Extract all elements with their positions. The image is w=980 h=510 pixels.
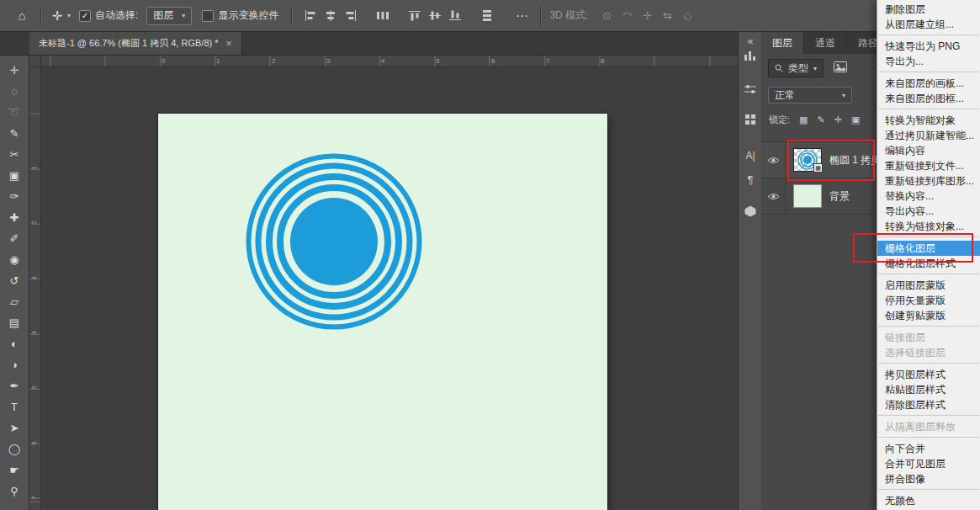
menu-item-merge-visible[interactable]: 合并可见图层 — [877, 456, 980, 471]
eyedropper-tool[interactable]: ✑ — [3, 186, 26, 207]
paragraph-panel-icon[interactable]: ¶ — [739, 173, 762, 186]
menu-item-rasterize-layer-style[interactable]: 栅格化图层样式 — [877, 256, 980, 271]
align-top-button[interactable] — [405, 9, 425, 23]
ellipse-shape-tool[interactable]: ◯ — [3, 438, 26, 460]
menu-item-enable-layer-mask[interactable]: 启用图层蒙版 — [877, 278, 980, 293]
history-brush-tool[interactable]: ↺ — [3, 270, 26, 291]
horizontal-ruler[interactable]: 0 1 2 3 4 5 6 7 8 — [41, 56, 738, 67]
align-center-horizontal-button[interactable] — [320, 9, 341, 23]
menu-item-paste-layer-style[interactable]: 粘贴图层样式 — [877, 382, 980, 397]
menu-item-merge-down[interactable]: 向下合并 — [877, 441, 980, 456]
layer-name[interactable]: 背景 — [829, 189, 850, 204]
menu-item-edit-contents[interactable]: 编辑内容 — [877, 143, 980, 158]
align-left-button[interactable] — [300, 9, 320, 23]
show-transform-checkbox[interactable]: 显示变换控件 — [202, 8, 283, 23]
ruler-label: 2 — [272, 57, 275, 65]
tool-preset-move[interactable]: ✛ ▾ — [50, 8, 71, 24]
tab-layers[interactable]: 图层 — [761, 32, 804, 54]
search-icon — [775, 64, 783, 72]
concentric-circles-artwork — [158, 114, 607, 510]
tab-channels[interactable]: 通道 — [804, 32, 847, 54]
lock-position-icon[interactable]: ✛ — [834, 114, 842, 125]
menu-item-copy-layer-style[interactable]: 拷贝图层样式 — [877, 367, 980, 382]
auto-select-target-dropdown[interactable]: 图层 ▾ — [146, 7, 192, 25]
menu-item-export-contents[interactable]: 导出内容... — [877, 204, 980, 219]
eraser-tool[interactable]: ▱ — [3, 291, 26, 312]
auto-select-value: 图层 — [153, 8, 173, 23]
distribute-vertical-button[interactable] — [477, 9, 497, 23]
align-middle-button[interactable] — [425, 9, 445, 23]
menu-item-convert-to-smart-object[interactable]: 转换为智能对象 — [877, 113, 980, 128]
layer-filter-type-dropdown[interactable]: 类型 ▾ — [768, 59, 824, 77]
pen-tool[interactable]: ✒ — [3, 375, 26, 396]
toolbox: ✛ ◌ ➰ ✎ ✂ ▣ ✑ ✚ ✐ ◉ ↺ ▱ ▤ ◐ ◑ ✒ T ➤ ◯ ☛ … — [0, 56, 29, 510]
menu-item-no-color[interactable]: 无颜色 — [877, 493, 980, 508]
menu-item-flatten-image[interactable]: 拼合图像 — [877, 471, 980, 486]
menu-separator — [878, 326, 979, 327]
menu-item-convert-to-linked[interactable]: 转换为链接对象... — [877, 219, 980, 234]
ellipse-marquee-tool[interactable]: ◌ — [3, 81, 26, 102]
caret-down-icon: ▾ — [842, 92, 845, 99]
canvas[interactable] — [158, 114, 607, 510]
histogram-panel-icon[interactable] — [739, 50, 762, 63]
path-selection-tool[interactable]: ➤ — [3, 417, 26, 438]
swatches-panel-icon[interactable] — [739, 114, 762, 128]
lasso-tool[interactable]: ➰ — [3, 102, 26, 123]
brush-tool[interactable]: ✐ — [3, 228, 26, 249]
menu-item-replace-contents[interactable]: 替换内容... — [877, 189, 980, 204]
auto-select-checkbox[interactable]: ✓ 自动选择: — [79, 8, 143, 23]
lock-image-pixels-icon[interactable]: ✎ — [817, 114, 824, 125]
ruler-label: 6 — [30, 441, 38, 444]
more-options-button[interactable]: ⋯ — [511, 8, 532, 24]
layer-thumbnail[interactable]: ▦ — [793, 148, 822, 172]
dodge-tool[interactable]: ◑ — [3, 354, 26, 375]
menu-item-create-clipping-mask[interactable]: 创建剪贴蒙版 — [877, 308, 980, 323]
move-tool[interactable]: ✛ — [3, 60, 26, 81]
home-icon[interactable]: ⌂ — [11, 8, 33, 23]
menu-item-quick-export-png[interactable]: 快速导出为 PNG — [877, 39, 980, 54]
document-tab[interactable]: 未标题-1 @ 66.7% (椭圆 1 拷贝 4, RGB/8) * × — [29, 32, 242, 55]
lock-artboard-icon[interactable]: ▣ — [851, 114, 860, 125]
layer-thumbnail[interactable] — [793, 184, 822, 208]
crop-tool[interactable]: ✂ — [3, 144, 26, 165]
menu-item-relink-to-file[interactable]: 重新链接到文件... — [877, 158, 980, 173]
distribute-horizontal-button[interactable] — [373, 9, 393, 23]
menu-item-relink-to-library-graphic[interactable]: 重新链接到库图形... — [877, 173, 980, 189]
filter-pixel-layers-icon[interactable] — [834, 61, 847, 75]
pasteboard[interactable] — [41, 67, 738, 510]
checkbox-unchecked-icon — [202, 10, 214, 22]
align-bottom-button[interactable] — [445, 9, 465, 23]
menu-item-disable-vector-mask[interactable]: 停用矢量蒙版 — [877, 293, 980, 308]
vertical-ruler[interactable]: 1 2 3 4 5 6 7 — [29, 67, 41, 510]
frame-tool[interactable]: ▣ — [3, 165, 26, 186]
layer-visibility-toggle[interactable] — [761, 142, 786, 178]
smudge-tool[interactable]: ◐ — [3, 333, 26, 354]
clone-stamp-tool[interactable]: ◉ — [3, 249, 26, 270]
hand-tool[interactable]: ☛ — [3, 460, 26, 481]
menu-item-clear-layer-style[interactable]: 清除图层样式 — [877, 397, 980, 412]
layer-visibility-toggle[interactable] — [761, 178, 786, 214]
gradient-tool[interactable]: ▤ — [3, 312, 26, 333]
menu-item-export-as[interactable]: 导出为... — [877, 54, 980, 69]
ruler-origin-corner[interactable] — [29, 56, 41, 67]
menu-item-artboard-from-layers[interactable]: 来自图层的画板... — [877, 76, 980, 91]
type-tool[interactable]: T — [3, 396, 26, 417]
close-tab-icon[interactable]: × — [226, 38, 232, 50]
adjustments-panel-icon[interactable] — [739, 84, 762, 97]
ruler-label: 7 — [30, 496, 38, 499]
align-right-button[interactable] — [341, 9, 361, 23]
document-title: 未标题-1 @ 66.7% (椭圆 1 拷贝 4, RGB/8) * — [39, 37, 219, 50]
lock-transparent-pixels-icon[interactable]: ▦ — [799, 114, 808, 125]
zoom-tool[interactable]: ⚲ — [3, 481, 26, 502]
3d-panel-icon[interactable] — [739, 205, 762, 220]
menu-item-new-smart-object-via-copy[interactable]: 通过拷贝新建智能... — [877, 128, 980, 143]
healing-brush-tool[interactable]: ✚ — [3, 207, 26, 228]
blend-mode-dropdown[interactable]: 正常 ▾ — [768, 87, 852, 104]
character-panel-icon[interactable]: A| — [739, 150, 762, 162]
menu-item-rasterize-layer[interactable]: 栅格化图层 — [877, 241, 980, 256]
quick-selection-tool[interactable]: ✎ — [3, 123, 26, 144]
menu-item-group-from-layers[interactable]: 从图层建立组... — [877, 17, 980, 32]
collapse-panels-icon[interactable]: « — [739, 35, 762, 47]
menu-item-delete-layer[interactable]: 删除图层 — [877, 2, 980, 17]
menu-item-frame-from-layers[interactable]: 来自图层的图框... — [877, 91, 980, 106]
